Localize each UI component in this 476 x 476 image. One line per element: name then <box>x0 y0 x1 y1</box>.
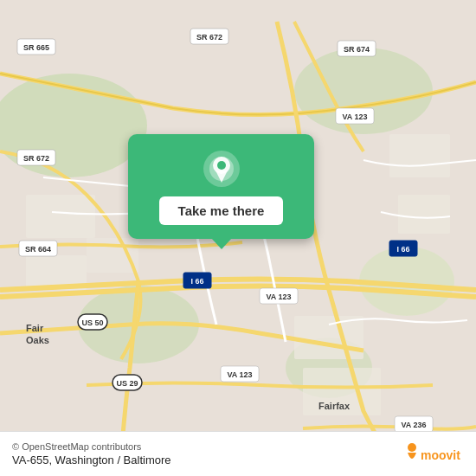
location-pin-icon <box>203 150 241 188</box>
svg-text:US 29: US 29 <box>116 379 138 388</box>
svg-rect-10 <box>389 134 450 177</box>
svg-rect-7 <box>26 195 95 238</box>
svg-text:Fairfax: Fairfax <box>318 401 351 411</box>
svg-text:SR 664: SR 664 <box>25 245 51 254</box>
svg-point-46 <box>217 161 226 170</box>
svg-text:I 66: I 66 <box>396 245 409 254</box>
map-container: SR 665 SR 672 SR 672 SR 674 VA 123 SR 66… <box>0 0 476 476</box>
svg-text:VA 123: VA 123 <box>266 293 291 301</box>
svg-text:Fair: Fair <box>26 323 44 333</box>
svg-text:SR 665: SR 665 <box>23 43 49 52</box>
svg-point-48 <box>408 443 416 452</box>
location-label: VA-655, Washington / Baltimore <box>12 453 403 466</box>
copyright-text: © OpenStreetMap contributors <box>12 441 403 452</box>
svg-rect-11 <box>398 195 450 234</box>
svg-text:VA 123: VA 123 <box>227 370 252 379</box>
svg-text:VA 236: VA 236 <box>401 421 426 429</box>
svg-text:I 66: I 66 <box>190 277 203 286</box>
svg-text:SR 672: SR 672 <box>196 33 222 42</box>
svg-text:US 50: US 50 <box>81 318 103 327</box>
moovit-logo: moovit <box>403 441 464 468</box>
popup-card: Take me there <box>128 134 314 239</box>
svg-rect-12 <box>294 316 363 359</box>
svg-text:SR 672: SR 672 <box>23 154 49 163</box>
moovit-logo-svg: moovit <box>403 441 464 468</box>
svg-text:VA 123: VA 123 <box>342 113 367 121</box>
svg-text:Oaks: Oaks <box>26 335 49 345</box>
take-me-there-button[interactable]: Take me there <box>159 196 284 225</box>
bottom-bar: © OpenStreetMap contributors VA-655, Was… <box>0 431 476 476</box>
svg-text:SR 674: SR 674 <box>344 45 370 54</box>
svg-text:moovit: moovit <box>421 448 460 462</box>
